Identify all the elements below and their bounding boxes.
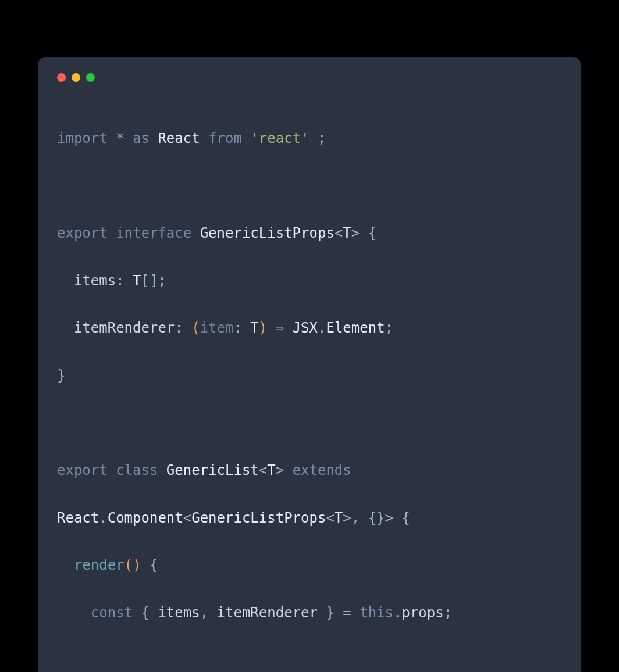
paren-close: ) [259,320,267,336]
brace-open: { [368,225,376,241]
angle-close: > [385,510,393,526]
paren-close: ) [133,557,141,573]
paren-open: ( [191,320,200,336]
code-line: } [57,364,562,388]
destruct-itemrenderer: itemRenderer [217,605,318,621]
code-block: import * as React from 'react' ; export … [57,103,562,672]
empty-obj: {} [368,510,385,526]
angle-close: > [351,225,360,241]
destruct-items: items [158,605,200,621]
indent [57,557,74,573]
indent [57,320,74,336]
code-line: render() { [57,553,562,577]
angle-close: > [276,462,284,478]
identifier-genericlistprops: GenericListProps [191,510,326,526]
prop-itemrenderer: itemRenderer [74,320,175,336]
code-blank-line [57,411,562,435]
brace-close: } [326,605,334,621]
code-line: React.Component<GenericListProps<T>, {}>… [57,506,562,530]
brace-close: } [57,367,65,384]
dot: . [99,510,107,526]
identifier-react: React [57,510,99,526]
brace-open: { [150,557,158,573]
keyword-import: import [57,130,108,146]
angle-close: > [343,510,351,526]
type-t: T [133,273,141,289]
type-t: T [267,462,275,478]
keyword-as: as [133,130,150,146]
indent [57,273,74,289]
brace-open: { [401,510,410,526]
angle-open: < [259,462,267,478]
colon: : [233,320,241,336]
keyword-export: export [57,225,108,241]
code-line: const { items, itemRenderer } = this.pro… [57,601,562,625]
keyword-interface: interface [116,225,191,241]
identifier-genericlist: GenericList [166,462,259,478]
angle-open: < [335,225,343,241]
type-t: T [343,225,351,241]
colon: : [116,273,124,289]
type-t: T [335,510,343,526]
paren-open: ( [124,557,133,573]
indent [57,605,91,621]
identifier-component: Component [108,510,183,526]
comma: , [351,510,360,526]
code-line: export class GenericList<T> extends [57,459,562,482]
semicolon: ; [318,130,326,146]
equals: = [343,605,351,621]
semicolon: ; [158,273,166,289]
keyword-export: export [57,462,108,478]
string-react: 'react' [250,130,309,146]
dot: . [393,605,401,621]
type-t: T [250,320,258,336]
identifier-genericlistprops: GenericListProps [200,225,335,241]
brace-open: { [141,605,150,621]
semicolon: ; [444,605,452,621]
code-line: export interface GenericListProps<T> { [57,221,562,245]
window-titlebar [57,73,562,82]
semicolon: ; [385,320,393,336]
identifier-element: Element [326,320,385,336]
close-icon[interactable] [57,73,66,82]
keyword-this: this [360,605,393,621]
code-blank-line [57,174,562,198]
minimize-icon[interactable] [72,73,80,82]
colon: : [175,320,183,336]
code-blank-line [57,648,562,672]
brackets: [] [141,273,158,289]
comma: , [200,605,208,621]
code-window: import * as React from 'react' ; export … [38,57,581,672]
angle-open: < [183,510,191,526]
keyword-from: from [208,130,242,146]
prop-items: items [74,273,116,289]
dot: . [318,320,326,336]
angle-open: < [326,510,334,526]
prop-props: props [401,605,443,621]
param-item: item [200,320,234,336]
code-line: itemRenderer: (item: T) ⇒ JSX.Element; [57,316,562,340]
keyword-const: const [91,605,133,621]
code-line: items: T[]; [57,269,562,293]
maximize-icon[interactable] [86,73,95,82]
identifier-react: React [158,130,200,146]
operator-star: * [116,130,124,146]
code-line: import * as React from 'react' ; [57,127,562,151]
identifier-jsx: JSX [293,320,318,336]
keyword-extends: extends [293,462,351,478]
arrow: ⇒ [276,320,284,336]
method-render: render [74,557,124,573]
keyword-class: class [116,462,158,478]
